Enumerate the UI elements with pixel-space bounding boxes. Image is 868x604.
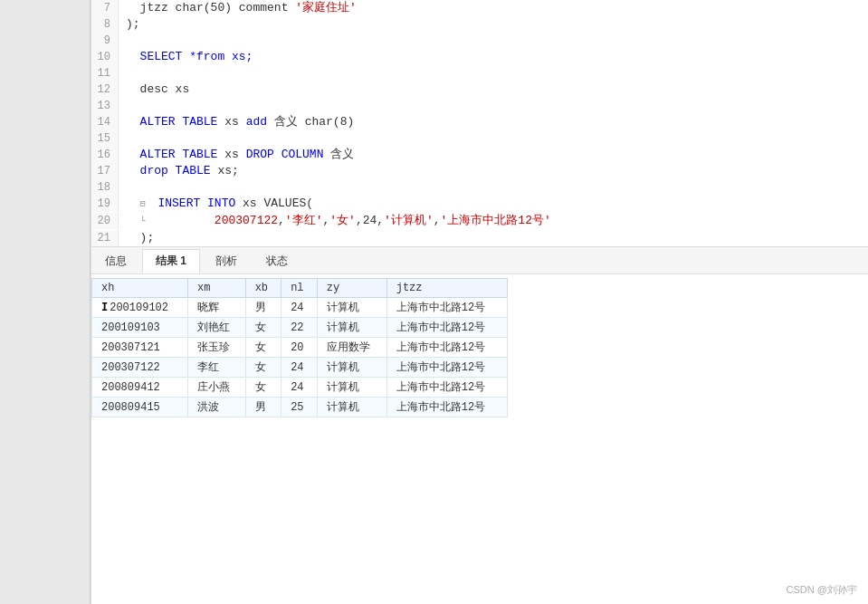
cell-nl: 20 — [281, 338, 318, 358]
line-content: ⊟ INSERT INTO xs VALUES( — [119, 196, 313, 213]
code-token: drop TABLE — [140, 164, 211, 177]
line-content: drop TABLE xs; — [119, 163, 239, 179]
code-line: 17 drop TABLE xs; — [91, 163, 868, 179]
cell-xm: 晓辉 — [188, 298, 246, 318]
cell-xh: 200809412 — [92, 378, 188, 398]
code-token: 200307122 — [215, 214, 278, 227]
cell-jtzz: 上海市中北路12号 — [386, 338, 507, 358]
cell-xm: 李红 — [188, 358, 246, 378]
results-table: xhxmxbnlzyjtzz 200109102晓辉男24计算机上海市中北路12… — [91, 278, 508, 417]
cell-xb: 女 — [245, 338, 281, 358]
cell-xm: 庄小燕 — [188, 378, 246, 398]
line-number: 16 — [91, 147, 119, 163]
col-header-xb[interactable]: xb — [245, 279, 281, 298]
cell-xb: 男 — [245, 398, 281, 417]
tab-结果 1[interactable]: 结果 1 — [142, 249, 200, 273]
code-line: 19 ⊟ INSERT INTO xs VALUES( — [91, 196, 868, 213]
cell-xm: 洪波 — [188, 398, 246, 417]
watermark: CSDN @刘孙宇 — [787, 583, 857, 597]
cell-zy: 计算机 — [317, 378, 386, 398]
fold-icon[interactable]: └ — [140, 214, 151, 230]
cell-zy: 计算机 — [317, 398, 386, 417]
fold-icon[interactable]: ⊟ — [140, 197, 151, 213]
cell-nl: 22 — [281, 318, 318, 338]
cell-zy: 应用数学 — [317, 338, 386, 358]
cell-nl: 24 — [281, 378, 318, 398]
cell-jtzz: 上海市中北路12号 — [386, 298, 507, 318]
code-token: ALTER TABLE — [140, 148, 218, 161]
cell-xb: 男 — [245, 298, 281, 318]
code-token: '上海市中北路12号' — [441, 214, 551, 227]
code-token: '家庭住址' — [295, 1, 357, 14]
results-container[interactable]: xhxmxbnlzyjtzz 200109102晓辉男24计算机上海市中北路12… — [91, 274, 868, 604]
cell-xh: 200809415 — [92, 398, 188, 417]
line-number: 11 — [91, 65, 119, 81]
code-token: '李红' — [285, 214, 323, 227]
main-container: 7 jtzz char(50) comment '家庭住址'8);910 SEL… — [91, 0, 868, 604]
col-header-zy[interactable]: zy — [317, 279, 386, 298]
table-row: 200307122李红女24计算机上海市中北路12号 — [92, 358, 508, 378]
code-line: 9 — [91, 33, 868, 49]
cell-xh: 200109102 — [92, 298, 188, 318]
code-line: 16 ALTER TABLE xs DROP COLUMN 含义 — [91, 147, 868, 163]
line-content: ALTER TABLE xs DROP COLUMN 含义 — [119, 147, 354, 163]
line-number: 20 — [91, 213, 119, 229]
cell-xh: 200307122 — [92, 358, 188, 378]
cell-zy: 计算机 — [317, 358, 386, 378]
bottom-panel: 信息结果 1剖析状态 xhxmxbnlzyjtzz 200109102晓辉男24… — [91, 247, 868, 604]
cell-jtzz: 上海市中北路12号 — [386, 378, 507, 398]
tab-状态[interactable]: 状态 — [253, 249, 301, 273]
line-number: 12 — [91, 81, 119, 98]
code-token: DROP COLUMN — [246, 148, 324, 161]
code-line: 15 — [91, 130, 868, 147]
table-row: 200809412庄小燕女24计算机上海市中北路12号 — [92, 378, 508, 398]
col-header-nl[interactable]: nl — [281, 279, 318, 298]
cell-nl: 25 — [281, 398, 318, 417]
line-number: 9 — [91, 33, 119, 49]
tab-剖析[interactable]: 剖析 — [202, 249, 251, 273]
line-number: 17 — [91, 163, 119, 179]
cell-xm: 刘艳红 — [188, 318, 246, 338]
cell-xb: 女 — [245, 358, 281, 378]
line-content: ALTER TABLE xs add 含义 char(8) — [119, 114, 354, 130]
line-content: desc xs — [119, 81, 189, 98]
tab-信息[interactable]: 信息 — [91, 249, 140, 273]
line-number: 14 — [91, 114, 119, 130]
cell-zy: 计算机 — [317, 298, 386, 318]
code-token: INSERT INTO — [157, 197, 235, 210]
cell-xb: 女 — [245, 378, 281, 398]
table-row: 200109103刘艳红女22计算机上海市中北路12号 — [92, 318, 508, 338]
line-number: 10 — [91, 49, 119, 65]
table-row: 200307121张玉珍女20应用数学上海市中北路12号 — [92, 338, 508, 358]
code-token: '女' — [329, 214, 356, 227]
code-token: SELECT *from xs; — [126, 50, 253, 63]
cell-nl: 24 — [281, 298, 318, 318]
cell-jtzz: 上海市中北路12号 — [386, 398, 507, 417]
line-content: SELECT *from xs; — [119, 49, 253, 65]
line-number: 19 — [91, 196, 119, 212]
code-line: 21 ); — [91, 230, 868, 246]
table-row: 200109102晓辉男24计算机上海市中北路12号 — [92, 298, 508, 318]
line-content: ); — [119, 230, 154, 246]
code-editor: 7 jtzz char(50) comment '家庭住址'8);910 SEL… — [91, 0, 868, 247]
code-line: 8); — [91, 16, 868, 33]
line-number: 15 — [91, 130, 119, 147]
tab-bar: 信息结果 1剖析状态 — [91, 247, 868, 274]
cell-zy: 计算机 — [317, 318, 386, 338]
line-number: 13 — [91, 98, 119, 114]
cell-jtzz: 上海市中北路12号 — [386, 318, 507, 338]
line-number: 18 — [91, 179, 119, 196]
sidebar — [0, 0, 91, 604]
line-content: jtzz char(50) comment '家庭住址' — [119, 0, 357, 16]
col-header-xm[interactable]: xm — [188, 279, 246, 298]
cell-xm: 张玉珍 — [188, 338, 246, 358]
code-line: 20 └ 200307122,'李红','女',24,'计算机','上海市中北路… — [91, 213, 868, 230]
code-token: '计算机' — [384, 214, 434, 227]
col-header-jtzz[interactable]: jtzz — [386, 279, 507, 298]
line-content: └ 200307122,'李红','女',24,'计算机','上海市中北路12号… — [119, 213, 551, 230]
code-line: 14 ALTER TABLE xs add 含义 char(8) — [91, 114, 868, 130]
code-line: 11 — [91, 65, 868, 81]
col-header-xh[interactable]: xh — [92, 279, 188, 298]
line-number: 7 — [91, 0, 119, 16]
cell-nl: 24 — [281, 358, 318, 378]
